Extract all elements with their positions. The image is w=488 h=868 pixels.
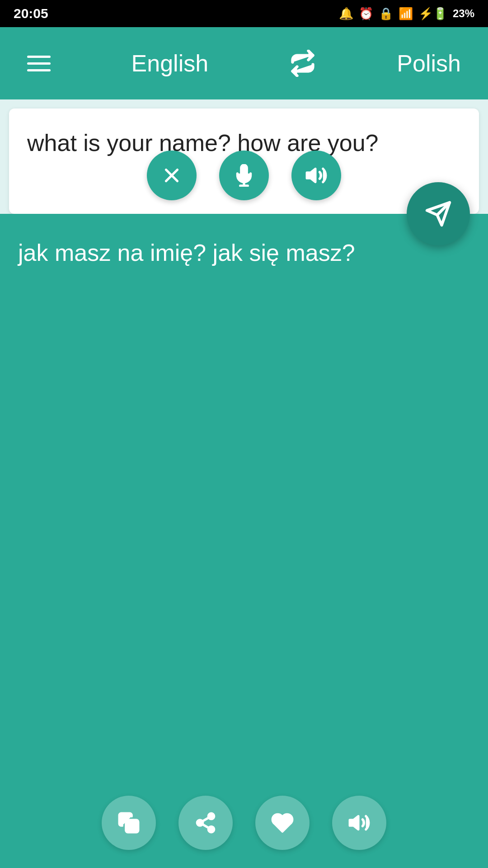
favorite-button[interactable]: [255, 796, 310, 850]
clear-button[interactable]: [147, 151, 197, 200]
status-bar: 20:05 🔔 ⏰ 🔒 📶 ⚡🔋 23%: [0, 0, 488, 27]
main-content: what is your name? how are you?: [0, 99, 488, 868]
svg-rect-7: [126, 820, 138, 832]
battery-icon: ⚡🔋: [418, 7, 447, 21]
alarm-icon: ⏰: [359, 7, 373, 21]
share-button[interactable]: [178, 796, 233, 850]
translation-actions: [0, 796, 488, 850]
speak-source-button[interactable]: [291, 151, 341, 200]
microphone-button[interactable]: [219, 151, 269, 200]
toolbar: English Polish: [0, 27, 488, 99]
signal-icon: 📶: [399, 7, 413, 21]
swap-languages-button[interactable]: [289, 50, 316, 77]
svg-marker-4: [307, 169, 315, 182]
battery-percent: 23%: [453, 7, 474, 20]
source-panel: what is your name? how are you?: [9, 108, 479, 214]
lock-icon: 🔒: [379, 7, 393, 21]
menu-button[interactable]: [27, 56, 51, 71]
svg-marker-13: [350, 816, 358, 829]
copy-button[interactable]: [102, 796, 156, 850]
svg-line-11: [202, 824, 209, 828]
target-language-selector[interactable]: Polish: [397, 50, 461, 77]
svg-line-12: [202, 818, 209, 821]
translate-button[interactable]: [407, 182, 470, 245]
status-icons: 🔔 ⏰ 🔒 📶 ⚡🔋 23%: [339, 7, 474, 21]
source-actions: [9, 151, 479, 200]
notification-icon: 🔔: [339, 7, 353, 21]
source-language-selector[interactable]: English: [131, 50, 209, 77]
source-wrapper: what is your name? how are you?: [0, 99, 488, 214]
speak-translation-button[interactable]: [332, 796, 386, 850]
status-time: 20:05: [14, 6, 48, 21]
translation-panel: jak masz na imię? jak się masz?: [0, 214, 488, 868]
translation-text: jak masz na imię? jak się masz?: [18, 236, 470, 269]
